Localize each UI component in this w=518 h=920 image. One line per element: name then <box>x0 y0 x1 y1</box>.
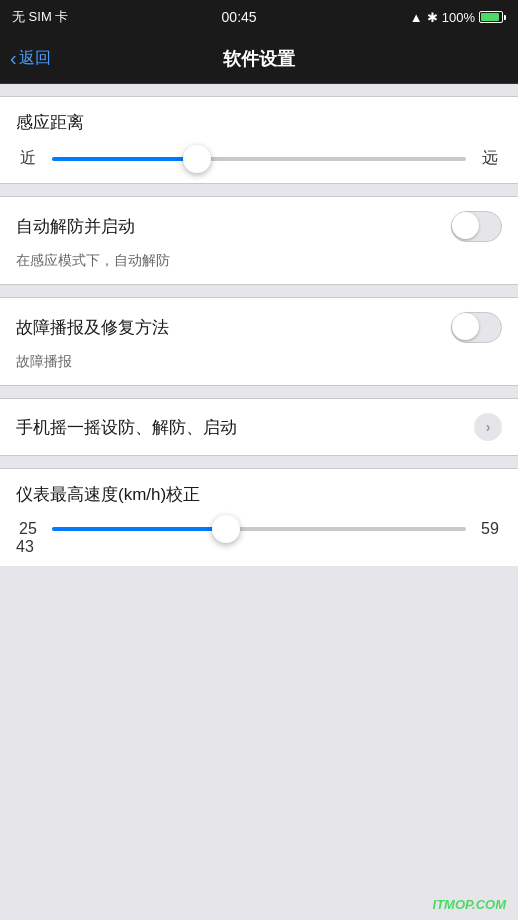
shake-arm-card[interactable]: 手机摇一摇设防、解防、启动 › <box>0 398 518 456</box>
sensor-distance-card: 感应距离 近 远 <box>0 96 518 184</box>
speed-min-label: 25 <box>16 520 40 538</box>
auto-disarm-toggle-row: 自动解防并启动 <box>16 211 502 242</box>
sim-status: 无 SIM 卡 <box>12 8 68 26</box>
shake-arm-row: 手机摇一摇设防、解防、启动 › <box>16 413 502 441</box>
speed-current-value: 43 <box>16 538 502 566</box>
fault-broadcast-subtitle: 故障播报 <box>16 353 502 371</box>
back-label: 返回 <box>19 48 51 69</box>
status-bar: 无 SIM 卡 00:45 ▲ ✱ 100% <box>0 0 518 34</box>
sensor-slider-thumb[interactable] <box>183 145 211 173</box>
auto-disarm-toggle-knob <box>452 212 479 239</box>
auto-disarm-title: 自动解防并启动 <box>16 215 135 238</box>
bluetooth-icon: ✱ <box>427 10 438 25</box>
auto-disarm-toggle[interactable] <box>451 211 502 242</box>
sensor-slider-track[interactable] <box>52 157 466 161</box>
speed-slider-track[interactable] <box>52 527 466 531</box>
fault-broadcast-toggle[interactable] <box>451 312 502 343</box>
fault-broadcast-title: 故障播报及修复方法 <box>16 316 169 339</box>
speed-calibration-card: 仪表最高速度(km/h)校正 25 59 43 <box>0 468 518 566</box>
speed-max-label: 59 <box>478 520 502 538</box>
far-label: 远 <box>478 148 502 169</box>
near-label: 近 <box>16 148 40 169</box>
back-chevron-icon: ‹ <box>10 47 17 70</box>
sensor-slider-row: 近 远 <box>16 148 502 169</box>
sensor-slider-fill <box>52 157 197 161</box>
shake-arm-arrow-icon[interactable]: › <box>474 413 502 441</box>
fault-broadcast-toggle-row: 故障播报及修复方法 <box>16 312 502 343</box>
shake-arm-title: 手机摇一摇设防、解防、启动 <box>16 416 237 439</box>
status-icons: ▲ ✱ 100% <box>410 10 506 25</box>
page-title: 软件设置 <box>223 47 295 71</box>
speed-slider-thumb[interactable] <box>212 515 240 543</box>
back-button[interactable]: ‹ 返回 <box>10 47 51 70</box>
nav-bar: ‹ 返回 软件设置 <box>0 34 518 84</box>
auto-disarm-subtitle: 在感应模式下，自动解防 <box>16 252 502 270</box>
sensor-distance-title: 感应距离 <box>16 111 502 134</box>
speed-slider-row: 25 59 <box>16 520 502 538</box>
fault-broadcast-toggle-knob <box>452 313 479 340</box>
watermark: ITMOP.COM <box>433 897 506 912</box>
content-area: 感应距离 近 远 自动解防并启动 在感应模式下，自动解防 故障播报及修复方法 故 <box>0 84 518 578</box>
auto-disarm-card: 自动解防并启动 在感应模式下，自动解防 <box>0 196 518 285</box>
fault-broadcast-card: 故障播报及修复方法 故障播报 <box>0 297 518 386</box>
time-display: 00:45 <box>222 9 257 25</box>
battery-icon <box>479 11 506 23</box>
speed-slider-fill <box>52 527 226 531</box>
battery-percent: 100% <box>442 10 475 25</box>
location-icon: ▲ <box>410 10 423 25</box>
speed-calibration-title: 仪表最高速度(km/h)校正 <box>16 483 502 506</box>
